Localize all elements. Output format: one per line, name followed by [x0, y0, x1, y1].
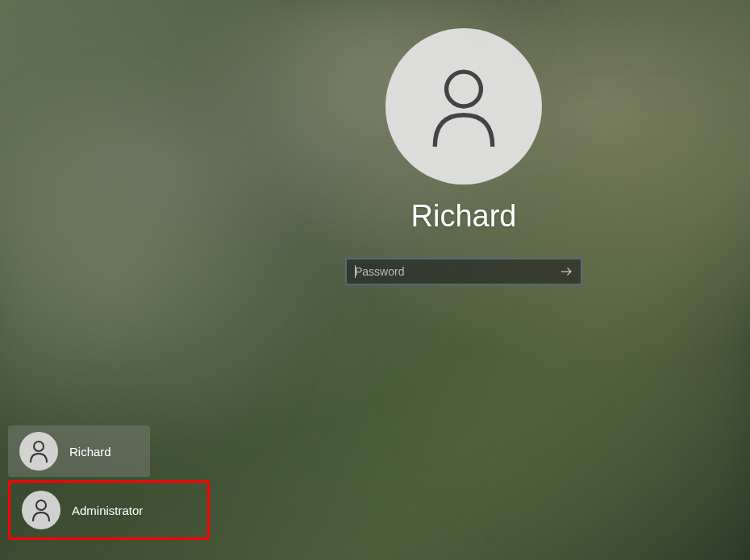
user-item-label: Administrator: [72, 504, 143, 517]
user-switcher-list: Richard Administrator: [8, 425, 210, 540]
user-avatar-small: [19, 432, 58, 471]
user-item-administrator[interactable]: Administrator: [8, 480, 210, 540]
svg-point-1: [34, 442, 44, 451]
person-icon: [427, 66, 500, 147]
user-item-richard[interactable]: Richard: [8, 425, 150, 477]
submit-button[interactable]: [553, 259, 581, 284]
svg-point-0: [447, 72, 481, 106]
text-caret: [355, 265, 356, 278]
person-icon: [29, 440, 48, 463]
svg-point-2: [36, 500, 46, 510]
password-container: [345, 258, 582, 285]
login-panel: Richard: [345, 28, 582, 285]
user-avatar-small: [22, 491, 60, 529]
person-icon: [31, 499, 51, 521]
arrow-right-icon: [559, 263, 575, 280]
username-display: Richard: [411, 199, 517, 234]
password-input[interactable]: [347, 259, 553, 284]
user-item-label: Richard: [69, 445, 111, 458]
user-avatar-large: [385, 28, 542, 185]
